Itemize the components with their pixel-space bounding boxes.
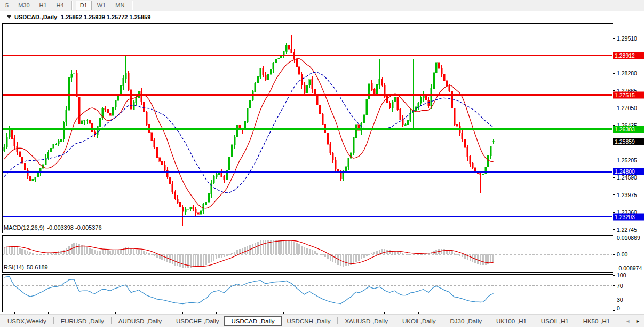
tab-separator — [111, 317, 112, 324]
rsi-axis-label: 70 — [617, 283, 623, 289]
macd-values: -0.003398 -0.005376 — [47, 224, 101, 231]
rsi-axis-label: 100 — [617, 272, 626, 278]
tab-usdx-weekly[interactable]: USDX,Weekly — [5, 316, 49, 326]
price-badge: 1.23203 — [613, 213, 644, 220]
tab-separator — [576, 317, 576, 324]
macd-axis-label: 0.010869 — [617, 235, 640, 241]
tab-separator — [489, 317, 489, 324]
tab-audusd-daily[interactable]: AUDUSD-,Daily — [116, 316, 164, 326]
price-axis-label: 1.24590 — [617, 174, 637, 181]
price-axis-label: 1.29510 — [617, 35, 637, 42]
price-axis-label: 1.28280 — [617, 70, 637, 76]
tab-separator — [534, 317, 534, 324]
macd-axis-label: 0.00 — [617, 251, 627, 258]
rsi-axis-label: 0 — [617, 305, 620, 312]
tab-xauusd-daily[interactable]: XAUUSD-,Daily — [343, 316, 390, 326]
tab-separator — [169, 317, 169, 324]
tabs-scroll-right-icon[interactable]: ► — [635, 318, 640, 324]
timeframe-toolbar: 5M30H1H4D1W1MN — [0, 0, 644, 11]
price-badge: 1.24800 — [613, 168, 644, 175]
symbol-dropdown-icon[interactable] — [7, 15, 11, 19]
price-badge: 1.28912 — [613, 52, 644, 59]
price-badge: 1.25859 — [613, 138, 644, 145]
timeframe-w1[interactable]: W1 — [93, 1, 110, 10]
tab-dj30-daily[interactable]: DJ30-,Daily — [448, 316, 484, 326]
toolbar-separator — [132, 1, 133, 10]
timeframe-h4[interactable]: H4 — [52, 1, 68, 10]
timeframe-h1[interactable]: H1 — [35, 1, 51, 10]
tab-separator — [337, 317, 338, 324]
tab-usdchf-daily[interactable]: USDCHF-,Daily — [174, 316, 221, 326]
tab-usdcad-daily[interactable]: USDCAD-,Daily — [224, 316, 281, 326]
tab-eurusd-daily[interactable]: EURUSD-,Daily — [59, 316, 106, 326]
price-axis-label: 1.25205 — [617, 157, 637, 164]
timeframe-m30[interactable]: M30 — [14, 1, 34, 10]
tabs-scroll-left-icon[interactable]: ◄ — [625, 318, 630, 324]
tab-separator — [53, 317, 54, 324]
tab-separator — [443, 317, 443, 324]
chart-canvas[interactable] — [0, 11, 644, 314]
mt4-window: 5M30H1H4D1W1MN USDCAD-,Daily1.25862 1.25… — [0, 0, 644, 327]
chart-title: USDCAD-,Daily1.25862 1.25939 1.25772 1.2… — [7, 14, 150, 20]
rsi-label: RSI(14)50.6189 — [4, 264, 48, 270]
macd-label: MACD(12,26,9)-0.003398 -0.005376 — [4, 224, 102, 231]
macd-name: MACD(12,26,9) — [4, 224, 44, 231]
price-badge: 1.27515 — [613, 91, 644, 98]
toolbar-separator — [71, 1, 73, 10]
price-badge: 1.26303 — [613, 126, 644, 133]
rsi-axis-label: 30 — [617, 297, 623, 303]
price-axis-label: 1.23975 — [617, 192, 637, 198]
chart-tabs: USDX,WeeklyEURUSD-,DailyAUDUSD-,DailyUSD… — [0, 316, 612, 326]
tab-usoil-h1[interactable]: USOil-,H1 — [539, 316, 571, 326]
tab-usdcnh-daily[interactable]: USDCNH-,Daily — [285, 316, 333, 326]
chart-window: USDCAD-,Daily1.25862 1.25939 1.25772 1.2… — [0, 11, 644, 314]
rsi-value: 50.6189 — [27, 264, 48, 270]
tab-separator — [395, 317, 395, 324]
ohlc-readout: 1.25862 1.25939 1.25772 1.25859 — [61, 14, 150, 20]
timeframe-5[interactable]: 5 — [1, 1, 13, 10]
tab-uk100-h1[interactable]: UK100-,H1 — [494, 316, 529, 326]
price-axis-label: 1.22745 — [617, 227, 637, 233]
chart-tab-bar: USDX,WeeklyEURUSD-,DailyAUDUSD-,DailyUSD… — [0, 314, 644, 327]
tab-hk50-h1[interactable]: HK50-,H1 — [581, 316, 613, 326]
price-axis-label: 1.27050 — [617, 105, 637, 111]
timeframe-mn[interactable]: MN — [111, 1, 129, 10]
timeframe-d1[interactable]: D1 — [76, 1, 92, 10]
macd-axis-label: -0.008974 — [617, 265, 642, 271]
symbol-name: USDCAD-,Daily — [14, 14, 57, 20]
rsi-name: RSI(14) — [4, 264, 24, 270]
tab-ukoil-daily[interactable]: UKOil-,Daily — [400, 316, 438, 326]
tab-scroll-arrows: ◄ ► — [625, 315, 642, 327]
